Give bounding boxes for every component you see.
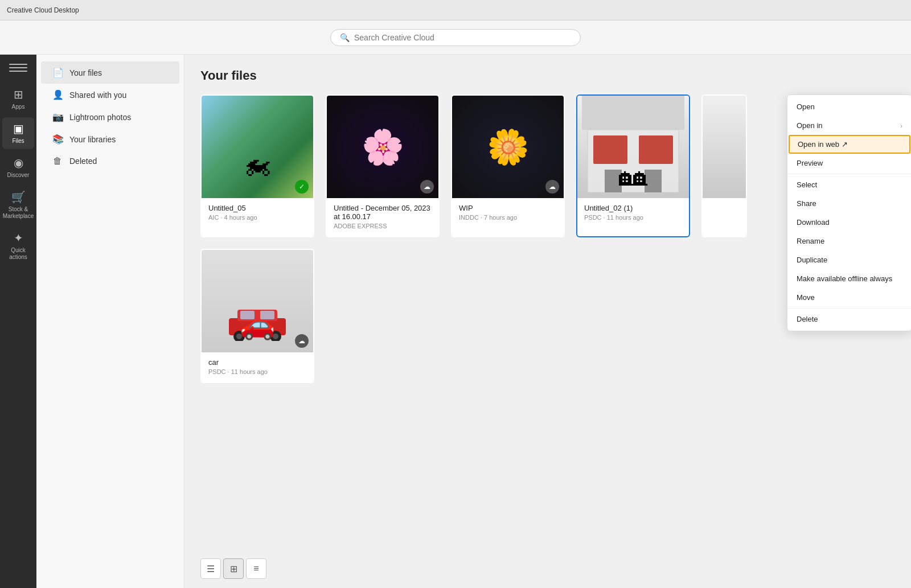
ctx-rename[interactable]: Rename <box>787 232 911 250</box>
grid-view-button[interactable]: ⊞ <box>223 558 244 579</box>
sidebar-item-lightroom[interactable]: 📷 Lightroom photos <box>41 106 179 128</box>
file-info-5: car PSDC · 11 hours ago <box>202 352 313 382</box>
search-bar[interactable]: 🔍 <box>330 29 581 46</box>
file-thumbnail-1: ✓ <box>202 96 313 198</box>
ctx-move[interactable]: Move <box>787 288 911 307</box>
svg-rect-7 <box>237 310 277 321</box>
ctx-share-label: Share <box>797 199 816 208</box>
file-card-3[interactable]: ☁ WIP INDDC · 7 hours ago <box>451 94 565 237</box>
sidebar: 📄 Your files 👤 Shared with you 📷 Lightro… <box>36 55 184 588</box>
quick-actions-icon: ✦ <box>14 231 23 245</box>
ctx-open[interactable]: Open <box>787 97 911 116</box>
file-thumbnail-4 <box>577 96 689 198</box>
ctx-open-in-web[interactable]: Open in web ↗ <box>789 135 910 154</box>
ctx-download-label: Download <box>797 218 830 227</box>
file-card-2[interactable]: ☁ Untitled - December 05, 2023 at 16.00.… <box>326 94 440 237</box>
sidebar-item-libraries[interactable]: 📚 Your libraries <box>41 128 179 150</box>
file-name-5: car <box>208 358 306 367</box>
list-view-button[interactable]: ☰ <box>200 558 221 579</box>
file-card-5[interactable]: ☁ car PSDC · 11 hours ago <box>200 249 314 383</box>
sidebar-item-apps[interactable]: ⊞ Apps <box>2 83 34 115</box>
ctx-duplicate-label: Duplicate <box>797 256 827 264</box>
file-meta-2: ADOBE EXPRESS <box>334 223 432 229</box>
header: 🔍 <box>0 20 911 55</box>
file-info-2: Untitled - December 05, 2023 at 16.00.17… <box>327 198 438 236</box>
context-menu: Open Open in › Open in web ↗ Preview Sel… <box>787 94 911 331</box>
ctx-rename-label: Rename <box>797 237 824 245</box>
file-info-1: Untitled_05 AIC · 4 hours ago <box>202 198 313 228</box>
stock-icon: 🛒 <box>11 190 26 204</box>
status-badge-5: ☁ <box>295 334 309 348</box>
ctx-open-in-label: Open in <box>797 121 823 130</box>
search-icon: 🔍 <box>340 33 350 42</box>
sidebar-item-discover[interactable]: ◉ Discover <box>2 151 34 183</box>
ctx-duplicate[interactable]: Duplicate <box>787 250 911 269</box>
svg-rect-9 <box>260 311 274 319</box>
ctx-delete[interactable]: Delete <box>787 310 911 328</box>
file-name-2: Untitled - December 05, 2023 at 16.00.17 <box>334 204 432 221</box>
file-thumbnail-partial <box>703 96 747 198</box>
files-label: Files <box>12 138 24 145</box>
ctx-select-label: Select <box>797 180 817 189</box>
svg-rect-5 <box>582 96 684 130</box>
ctx-open-in[interactable]: Open in › <box>787 116 911 135</box>
ctx-download[interactable]: Download <box>787 213 911 232</box>
svg-rect-4 <box>645 170 662 192</box>
search-input[interactable] <box>354 33 571 42</box>
lightroom-label: Lightroom photos <box>69 113 131 122</box>
svg-point-13 <box>273 334 278 339</box>
discover-label: Discover <box>7 172 30 179</box>
ctx-open-label: Open <box>797 102 815 111</box>
file-meta-3: INDDC · 7 hours ago <box>459 214 557 221</box>
status-badge-1: ✓ <box>295 180 309 194</box>
lightroom-icon: 📷 <box>52 112 63 122</box>
sort-button[interactable]: ≡ <box>246 558 266 579</box>
file-card-1[interactable]: ✓ Untitled_05 AIC · 4 hours ago <box>200 94 314 237</box>
file-card-4[interactable]: Untitled_02 (1) PSDC · 11 hours ago <box>576 94 690 237</box>
page-title: Your files <box>200 68 895 83</box>
sidebar-item-files[interactable]: ▣ Files <box>2 117 34 149</box>
sidebar-item-shared-with-you[interactable]: 👤 Shared with you <box>41 84 179 106</box>
app-layout: ⊞ Apps ▣ Files ◉ Discover 🛒 Stock &Marke… <box>0 55 911 588</box>
title-bar: Creative Cloud Desktop <box>0 0 911 20</box>
svg-point-12 <box>236 334 242 339</box>
ctx-share[interactable]: Share <box>787 194 911 213</box>
svg-rect-3 <box>605 170 622 192</box>
sidebar-item-deleted[interactable]: 🗑 Deleted <box>41 150 179 172</box>
ctx-make-offline[interactable]: Make available offline always <box>787 269 911 288</box>
bottom-toolbar: ☰ ⊞ ≡ <box>200 558 266 579</box>
file-info-3: WIP INDDC · 7 hours ago <box>452 198 564 228</box>
your-files-label: Your files <box>69 68 102 77</box>
deleted-label: Deleted <box>69 157 97 166</box>
main-content: Your files ✓ Untitled_05 AIC · 4 hours a… <box>184 55 911 588</box>
ctx-select[interactable]: Select <box>787 175 911 194</box>
apps-icon: ⊞ <box>14 88 23 101</box>
ctx-preview[interactable]: Preview <box>787 154 911 172</box>
sidebar-item-quick-actions[interactable]: ✦ Quick actions <box>2 227 34 265</box>
shared-icon: 👤 <box>52 89 63 100</box>
ctx-delete-label: Delete <box>797 315 818 323</box>
chevron-right-icon: › <box>900 122 902 129</box>
grid-view-icon: ⊞ <box>230 564 237 574</box>
file-name-1: Untitled_05 <box>208 204 306 212</box>
file-meta-5: PSDC · 11 hours ago <box>208 368 306 375</box>
ctx-open-in-web-label: Open in web ↗ <box>798 140 848 149</box>
sidebar-item-your-files[interactable]: 📄 Your files <box>41 61 179 84</box>
file-info-4: Untitled_02 (1) PSDC · 11 hours ago <box>577 198 689 228</box>
status-badge-3: ☁ <box>545 180 559 194</box>
list-view-icon: ☰ <box>207 564 215 574</box>
file-name-4: Untitled_02 (1) <box>584 204 682 212</box>
file-name-3: WIP <box>459 204 557 212</box>
ctx-move-label: Move <box>797 293 815 302</box>
left-nav: ⊞ Apps ▣ Files ◉ Discover 🛒 Stock &Marke… <box>0 55 36 588</box>
sidebar-item-stock[interactable]: 🛒 Stock &Marketplace <box>2 186 34 224</box>
shared-label: Shared with you <box>69 91 126 100</box>
file-card-partial <box>701 94 747 237</box>
file-thumbnail-5: ☁ <box>202 250 313 352</box>
files-icon: ▣ <box>13 122 24 135</box>
menu-button[interactable] <box>7 59 30 76</box>
libraries-label: Your libraries <box>69 135 116 144</box>
status-badge-2: ☁ <box>420 180 434 194</box>
ctx-divider-1 <box>787 174 911 174</box>
libraries-icon: 📚 <box>52 134 63 145</box>
